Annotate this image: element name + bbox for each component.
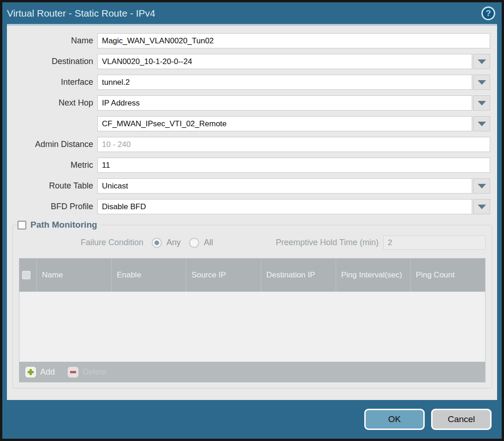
column-header-ping-interval: Ping Interval(sec) <box>336 259 410 292</box>
form-row-metric: Metric <box>7 158 490 173</box>
preemptive-hold-time-group: Preemptive Hold Time (min) <box>276 235 486 250</box>
column-header-ping-count: Ping Count <box>410 259 485 292</box>
table-header-row: Name Enable Source IP Destination IP Pin… <box>19 259 485 292</box>
failure-condition-any-radio[interactable] <box>152 238 162 248</box>
dialog-footer: OK Cancel <box>2 400 502 439</box>
admin-distance-label: Admin Distance <box>7 140 97 149</box>
form-row-name: Name <box>7 33 490 48</box>
bfd-profile-label: BFD Profile <box>7 202 97 212</box>
form-row-next-hop-address <box>7 116 490 131</box>
cancel-button[interactable]: Cancel <box>431 409 492 430</box>
chevron-down-icon <box>478 101 486 106</box>
route-table-label: Route Table <box>7 181 97 191</box>
failure-condition-any-label: Any <box>166 238 181 247</box>
chevron-down-icon <box>478 205 486 209</box>
preemptive-hold-time-input[interactable] <box>383 235 486 250</box>
minus-icon <box>68 367 78 377</box>
titlebar: Virtual Router - Static Route - IPv4 ? <box>2 2 502 24</box>
static-route-dialog: Virtual Router - Static Route - IPv4 ? N… <box>0 0 504 441</box>
column-header-enable: Enable <box>111 259 186 292</box>
column-header-name: Name <box>36 259 111 292</box>
chevron-down-icon <box>478 59 486 64</box>
metric-input[interactable] <box>97 158 490 173</box>
destination-input[interactable] <box>97 54 472 69</box>
admin-distance-input[interactable] <box>97 137 490 152</box>
failure-condition-row: Failure Condition Any All Preemptive Hol… <box>19 235 486 250</box>
form-row-destination: Destination <box>7 54 490 69</box>
chevron-down-icon <box>478 122 486 126</box>
bfd-profile-input[interactable] <box>97 199 472 214</box>
bfd-profile-dropdown-button[interactable] <box>473 199 490 214</box>
destination-dropdown-button[interactable] <box>473 54 490 69</box>
column-header-source-ip: Source IP <box>186 259 261 292</box>
path-monitoring-title: Path Monitoring <box>30 220 97 230</box>
dialog-title: Virtual Router - Static Route - IPv4 <box>7 8 155 19</box>
preemptive-hold-time-label: Preemptive Hold Time (min) <box>276 238 379 247</box>
select-all-checkbox[interactable] <box>22 271 30 279</box>
ok-button[interactable]: OK <box>364 409 425 430</box>
delete-button-label: Delete <box>83 367 107 377</box>
path-monitoring-legend: Path Monitoring <box>18 220 100 230</box>
failure-condition-all-label: All <box>204 238 213 247</box>
header-select-all-cell <box>19 259 36 292</box>
path-monitoring-table: Name Enable Source IP Destination IP Pin… <box>19 258 486 382</box>
chevron-down-icon <box>478 80 486 85</box>
interface-dropdown-button[interactable] <box>473 75 490 90</box>
metric-label: Metric <box>7 160 97 170</box>
destination-label: Destination <box>7 57 97 66</box>
next-hop-type-input[interactable] <box>97 95 472 111</box>
plus-icon <box>25 367 36 377</box>
name-input[interactable] <box>97 33 490 48</box>
form-row-next-hop: Next Hop <box>7 95 490 111</box>
path-monitoring-checkbox[interactable] <box>18 221 26 229</box>
form-row-admin-distance: Admin Distance <box>7 137 490 152</box>
failure-condition-label: Failure Condition <box>19 238 143 247</box>
next-hop-label: Next Hop <box>7 98 97 108</box>
form-row-bfd-profile: BFD Profile <box>7 199 490 214</box>
column-header-destination-ip: Destination IP <box>261 259 336 292</box>
next-hop-type-dropdown-button[interactable] <box>473 95 490 111</box>
chevron-down-icon <box>478 184 486 188</box>
failure-condition-all-radio[interactable] <box>189 238 199 248</box>
delete-button[interactable]: Delete <box>68 367 107 377</box>
interface-input[interactable] <box>97 75 472 90</box>
next-hop-address-input[interactable] <box>97 116 472 131</box>
add-button-label: Add <box>40 367 55 377</box>
interface-label: Interface <box>7 77 97 87</box>
help-icon[interactable]: ? <box>481 6 495 20</box>
route-table-dropdown-button[interactable] <box>473 178 490 194</box>
path-monitoring-section: Path Monitoring Failure Condition Any Al… <box>12 220 492 388</box>
next-hop-address-dropdown-button[interactable] <box>473 116 490 131</box>
name-label: Name <box>7 36 97 46</box>
table-toolbar: Add Delete <box>19 362 485 382</box>
static-route-form: Name Destination Interface <box>7 26 497 214</box>
dialog-content: Name Destination Interface <box>7 24 497 400</box>
table-body-empty <box>19 292 485 362</box>
route-table-input[interactable] <box>97 178 472 194</box>
form-row-route-table: Route Table <box>7 178 490 194</box>
form-row-interface: Interface <box>7 75 490 90</box>
add-button[interactable]: Add <box>25 367 55 377</box>
